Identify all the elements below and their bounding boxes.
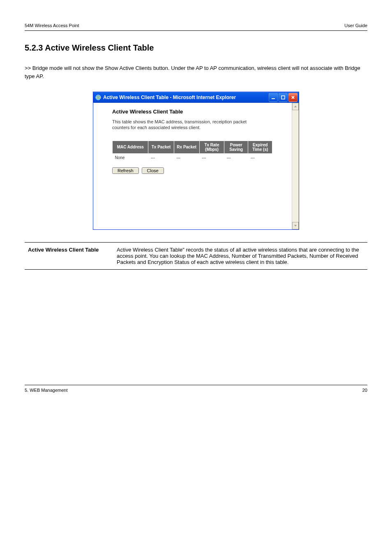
minimize-button[interactable] [269,93,278,102]
page-footer: 5. WEB Management 20 [25,385,367,393]
content-heading: Active Wireless Client Table [112,109,286,115]
content-description: This table shows the MAC address, transm… [112,119,260,131]
cell-expired: --- [248,153,272,162]
def-text: Active Wireless Client Table" records th… [113,243,367,270]
cell-mac: None [113,153,148,162]
close-button[interactable] [288,93,297,102]
browser-window: Active Wireless Client Table - Microsoft… [93,92,299,230]
scroll-down-icon[interactable] [292,222,299,229]
scroll-track[interactable] [292,110,299,222]
scroll-up-icon[interactable] [292,103,299,110]
footer-left: 5. WEB Management [25,388,68,393]
definition-table: Active Wireless Client Table Active Wire… [25,242,367,270]
client-table: MAC Address Tx Packet Rx Packet Tx Rate … [112,141,272,162]
def-label: Active Wireless Client Table [25,243,113,270]
col-tx-packet: Tx Packet [148,141,174,153]
cell-tx-packet: --- [148,153,174,162]
titlebar[interactable]: Active Wireless Client Table - Microsoft… [93,92,299,103]
bridge-note: >> Bridge mode will not show the Show Ac… [25,64,367,80]
svg-rect-1 [272,98,275,99]
ie-icon [95,94,101,101]
cell-rx-packet: --- [174,153,199,162]
content-pane: Active Wireless Client Table This table … [93,103,292,229]
footer-right: 20 [362,388,367,393]
col-expired: Expired Time (s) [248,141,272,153]
col-tx-rate: Tx Rate (Mbps) [199,141,224,153]
col-power-saving: Power Saving [224,141,248,153]
close-dialog-button[interactable]: Close [142,167,164,174]
header-right: User Guide [344,23,367,28]
page-header: 54M Wireless Access Point User Guide [25,23,367,31]
refresh-button[interactable]: Refresh [112,167,139,174]
col-mac: MAC Address [113,141,148,153]
section-title: 5.2.3 Active Wireless Client Table [25,43,367,53]
maximize-button[interactable] [279,93,288,102]
svg-rect-2 [281,96,285,99]
header-left: 54M Wireless Access Point [25,23,79,28]
cell-tx-rate: --- [199,153,224,162]
table-row: None --- --- --- --- --- [113,153,272,162]
col-rx-packet: Rx Packet [174,141,199,153]
window-title: Active Wireless Client Table - Microsoft… [103,95,269,100]
cell-power-saving: --- [224,153,248,162]
scrollbar[interactable] [292,103,299,229]
